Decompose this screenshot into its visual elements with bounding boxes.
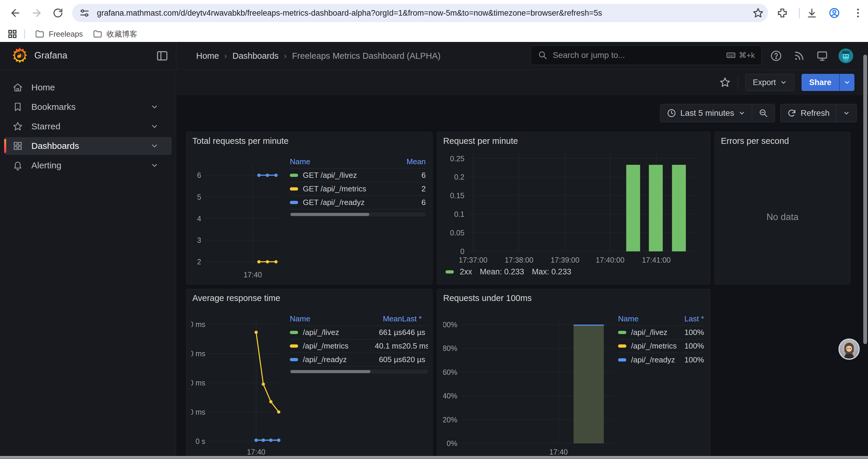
apps-grid-icon[interactable] (7, 29, 18, 39)
legend-value: 6 (393, 171, 426, 180)
time-range-group: Last 5 minutes (660, 104, 775, 122)
legend-value: 620 µs (402, 355, 428, 364)
panel-title[interactable]: Requests under 100ms (443, 293, 532, 303)
legend-value: 20.5 ms (402, 341, 428, 351)
bookmark-folder[interactable]: 收藏博客 (92, 29, 137, 39)
grafana-logo[interactable] (11, 46, 29, 65)
chart-request-per-minute[interactable]: 00.050.10.150.20.2517:37:0017:38:0017:39… (443, 151, 703, 270)
panel-title[interactable]: Request per minute (443, 136, 518, 146)
svg-text:17:40: 17:40 (247, 448, 266, 456)
legend-row[interactable]: /api/_/livez661 µs646 µs (290, 326, 428, 339)
chart-average-response-time[interactable]: 80 ms60 ms40 ms20 ms0 s17:40 (191, 318, 284, 456)
legend-column-header[interactable]: Last * (402, 314, 428, 323)
menu-dots-icon[interactable] (850, 5, 866, 21)
legend-value: 100% (672, 341, 704, 351)
svg-text:17:40: 17:40 (243, 270, 262, 279)
dashboard-subheader: Export Share (176, 70, 868, 95)
reload-icon[interactable] (50, 5, 66, 21)
time-range-picker[interactable]: Last 5 minutes (660, 104, 752, 122)
panel-total-requests-per-minute: Total requests per minute 6543217:40 Nam… (186, 132, 433, 285)
svg-text:100%: 100% (443, 321, 457, 329)
downloads-icon[interactable] (804, 5, 819, 21)
grafana-brand[interactable]: Grafana (34, 50, 67, 61)
site-settings-icon[interactable] (79, 7, 90, 19)
assistant-avatar[interactable] (838, 338, 860, 360)
legend-line[interactable]: 2xxMean: 0.233Max: 0.233 (445, 267, 571, 276)
series-name[interactable]: /api/_/metrics (631, 341, 677, 351)
legend-row[interactable]: /api/_/readyz605 µs620 µs (290, 353, 428, 366)
svg-text:40 ms: 40 ms (191, 379, 205, 387)
help-icon[interactable] (770, 50, 782, 62)
series-name[interactable]: GET /api/_/readyz (303, 198, 365, 207)
bookmark-label: 收藏博客 (107, 29, 137, 39)
legend-row[interactable]: GET /api/_/readyz6 (290, 196, 426, 209)
sidebar-item-home[interactable]: Home (4, 78, 172, 96)
refresh-button[interactable]: Refresh (780, 104, 836, 122)
series-name[interactable]: GET /api/_/livez (303, 171, 357, 180)
legend-row[interactable]: /api/_/livez100% (618, 326, 704, 339)
export-button[interactable]: Export (745, 74, 795, 91)
breadcrumb-item: Freeleaps Metrics Dashboard (ALPHA) (292, 51, 440, 61)
legend-scrollbar[interactable] (290, 212, 426, 217)
series-name[interactable]: /api/_/livez (303, 328, 339, 337)
sidebar-toggle-icon[interactable] (156, 50, 168, 62)
bookmark-label: Freeleaps (49, 30, 83, 39)
breadcrumb-item[interactable]: Dashboards (232, 51, 279, 61)
panel-title[interactable]: Errors per second (721, 136, 789, 146)
news-rss-icon[interactable] (793, 50, 805, 62)
share-button[interactable]: Share (802, 74, 855, 91)
refresh-interval-caret[interactable] (836, 104, 857, 122)
legend-column-header[interactable]: Name (290, 157, 393, 166)
legend-scrollbar[interactable] (290, 369, 428, 374)
legend-row[interactable]: /api/_/readyz100% (618, 353, 704, 366)
series-name[interactable]: GET /api/_/metrics (303, 184, 366, 193)
legend-value: 6 (393, 198, 426, 207)
panel-title[interactable]: Total requests per minute (192, 136, 289, 146)
series-name[interactable]: /api/_/livez (631, 328, 668, 337)
zoom-out-button[interactable] (752, 104, 775, 122)
back-icon[interactable] (8, 5, 23, 21)
series-name[interactable]: /api/_/readyz (303, 355, 347, 364)
legend-row[interactable]: /api/_/metrics40.1 ms20.5 ms (290, 339, 428, 353)
series-name[interactable]: 2xx (460, 267, 472, 276)
url-text[interactable]: grafana.mathmast.com/d/deytv4rwavabkb/fr… (97, 8, 602, 18)
forward-icon[interactable] (29, 5, 44, 21)
sidebar-item-bookmarks[interactable]: Bookmarks (4, 98, 172, 116)
chart-requests-under-100ms[interactable]: 0%20%40%60%80%100%17:40 (443, 318, 616, 456)
sidebar-item-alerting[interactable]: Alerting (4, 157, 172, 174)
breadcrumb-item[interactable]: Home (196, 51, 219, 61)
legend-row[interactable]: /api/_/metrics100% (618, 339, 704, 353)
legend-value: 40.1 ms (358, 341, 402, 351)
bookmark-folder[interactable]: Freeleaps (35, 29, 83, 39)
page-scrollbar[interactable] (863, 55, 867, 344)
legend-row[interactable]: GET /api/_/livez6 (290, 169, 426, 182)
legend-column-header[interactable]: Mean (358, 314, 402, 323)
sidebar-item-starred[interactable]: Starred (4, 118, 172, 135)
bookmark-star-icon[interactable] (752, 7, 764, 19)
series-color-pill (445, 270, 454, 273)
zoom-out-icon (759, 108, 768, 118)
legend-column-header[interactable]: Last * (672, 314, 704, 323)
url-bar[interactable]: grafana.mathmast.com/d/deytv4rwavabkb/fr… (72, 4, 768, 22)
legend-row[interactable]: GET /api/_/metrics2 (290, 182, 426, 196)
share-menu-caret[interactable] (839, 74, 855, 91)
series-name[interactable]: /api/_/readyz (631, 355, 675, 364)
legend-column-header[interactable]: Mean (393, 157, 426, 166)
panel-title[interactable]: Average response time (192, 293, 280, 303)
svg-text:0.1: 0.1 (454, 210, 464, 218)
legend-column-header[interactable]: Name (290, 314, 358, 323)
profile-icon[interactable] (827, 5, 842, 21)
legend-value: 661 µs (358, 328, 402, 337)
svg-text:17:38:00: 17:38:00 (505, 256, 533, 264)
legend-column-header[interactable]: Name (618, 314, 672, 323)
sidebar-item-dashboards[interactable]: Dashboards (4, 137, 172, 155)
monitor-icon[interactable] (816, 50, 829, 62)
series-name[interactable]: /api/_/metrics (303, 341, 349, 351)
user-avatar[interactable] (838, 48, 853, 63)
chart-total-requests[interactable]: 6543217:40 (191, 160, 284, 280)
extensions-icon[interactable] (775, 5, 790, 21)
search-input[interactable]: Search or jump to... ⌘+k (531, 45, 762, 65)
panel-errors-per-second: Errors per second No data (715, 132, 850, 285)
bookmarks-bar: Freeleaps收藏博客 (0, 26, 868, 42)
favorite-dashboard-icon[interactable] (719, 76, 731, 88)
